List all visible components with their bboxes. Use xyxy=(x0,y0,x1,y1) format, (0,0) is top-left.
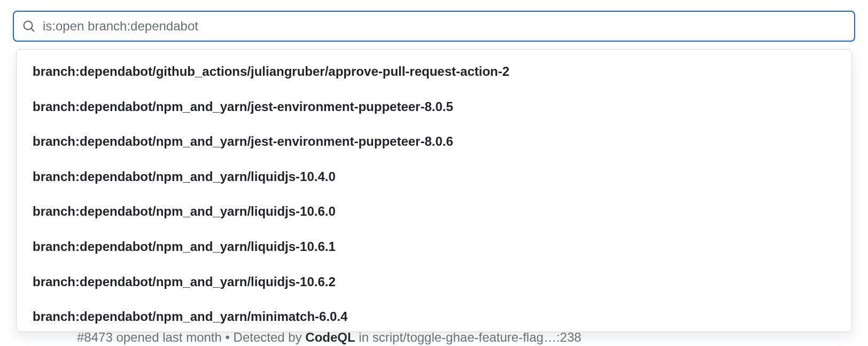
suggestion-item[interactable]: branch:dependabot/npm_and_yarn/jest-envi… xyxy=(17,124,851,159)
search-icon xyxy=(22,20,35,33)
suggestion-item[interactable]: branch:dependabot/npm_and_yarn/liquidjs-… xyxy=(17,229,851,264)
suggestion-item[interactable]: branch:dependabot/github_actions/juliang… xyxy=(17,54,851,89)
alert-meta-prefix: #8473 opened last month • Detected by xyxy=(77,330,305,344)
suggestion-item[interactable]: branch:dependabot/npm_and_yarn/minimatch… xyxy=(17,299,851,332)
suggestion-item[interactable]: branch:dependabot/npm_and_yarn/liquidjs-… xyxy=(17,194,851,229)
search-input[interactable] xyxy=(43,19,846,34)
suggestion-item[interactable]: branch:dependabot/npm_and_yarn/liquidjs-… xyxy=(17,264,851,300)
search-bar[interactable] xyxy=(13,11,855,42)
suggestion-item[interactable]: branch:dependabot/npm_and_yarn/liquidjs-… xyxy=(17,159,851,194)
alert-tool-name: CodeQL xyxy=(305,330,355,344)
alert-meta-suffix: in script/toggle-ghae-feature-flag…:238 xyxy=(355,330,582,344)
suggestion-item[interactable]: branch:dependabot/npm_and_yarn/jest-envi… xyxy=(17,89,851,124)
background-alert-row: #8473 opened last month • Detected by Co… xyxy=(77,330,582,345)
suggestions-dropdown[interactable]: branch:dependabot/github_actions/juliang… xyxy=(16,49,852,332)
